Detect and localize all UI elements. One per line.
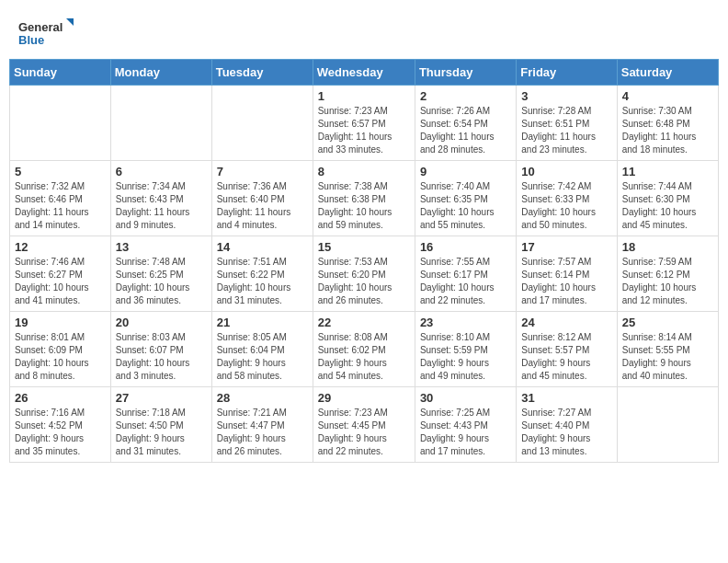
header-tuesday: Tuesday (211, 60, 313, 86)
calendar-week-5: 26Sunrise: 7:16 AM Sunset: 4:52 PM Dayli… (10, 387, 719, 463)
day-number: 17 (521, 240, 611, 254)
calendar-cell: 31Sunrise: 7:27 AM Sunset: 4:40 PM Dayli… (517, 387, 617, 463)
day-number: 8 (318, 165, 410, 178)
day-info: Sunrise: 7:36 AM Sunset: 6:40 PM Dayligh… (217, 180, 308, 232)
day-info: Sunrise: 7:51 AM Sunset: 6:22 PM Dayligh… (217, 256, 308, 307)
calendar-week-2: 5Sunrise: 7:32 AM Sunset: 6:46 PM Daylig… (10, 161, 719, 236)
calendar-cell (110, 86, 211, 161)
svg-text:General: General (18, 20, 63, 34)
day-info: Sunrise: 7:40 AM Sunset: 6:35 PM Dayligh… (420, 180, 511, 232)
day-number: 31 (521, 391, 611, 405)
calendar-cell (10, 86, 111, 161)
day-number: 15 (318, 240, 410, 254)
day-number: 3 (521, 89, 611, 103)
day-info: Sunrise: 8:14 AM Sunset: 5:55 PM Dayligh… (622, 331, 713, 383)
calendar-cell: 5Sunrise: 7:32 AM Sunset: 6:46 PM Daylig… (10, 161, 111, 236)
calendar-cell: 7Sunrise: 7:36 AM Sunset: 6:40 PM Daylig… (211, 161, 313, 236)
calendar-cell: 26Sunrise: 7:16 AM Sunset: 4:52 PM Dayli… (10, 387, 111, 463)
header-thursday: Thursday (415, 60, 516, 86)
calendar-week-1: 1Sunrise: 7:23 AM Sunset: 6:57 PM Daylig… (10, 86, 719, 161)
day-number: 6 (116, 165, 207, 178)
calendar-cell: 27Sunrise: 7:18 AM Sunset: 4:50 PM Dayli… (110, 387, 211, 463)
day-info: Sunrise: 8:01 AM Sunset: 6:09 PM Dayligh… (15, 331, 106, 383)
day-info: Sunrise: 8:08 AM Sunset: 6:02 PM Dayligh… (318, 331, 410, 383)
day-number: 14 (217, 240, 308, 254)
logo-svg: General Blue (18, 17, 74, 50)
day-info: Sunrise: 7:27 AM Sunset: 4:40 PM Dayligh… (521, 407, 611, 458)
day-number: 11 (622, 165, 713, 178)
calendar-cell: 8Sunrise: 7:38 AM Sunset: 6:38 PM Daylig… (313, 161, 415, 236)
logo: General Blue (18, 17, 74, 50)
calendar-cell: 29Sunrise: 7:23 AM Sunset: 4:45 PM Dayli… (313, 387, 415, 463)
day-info: Sunrise: 7:32 AM Sunset: 6:46 PM Dayligh… (15, 180, 106, 232)
header-wednesday: Wednesday (313, 60, 415, 86)
header-friday: Friday (517, 60, 617, 86)
calendar-week-3: 12Sunrise: 7:46 AM Sunset: 6:27 PM Dayli… (10, 236, 719, 312)
calendar-cell (617, 387, 718, 463)
calendar-cell: 3Sunrise: 7:28 AM Sunset: 6:51 PM Daylig… (517, 86, 617, 161)
calendar-cell: 1Sunrise: 7:23 AM Sunset: 6:57 PM Daylig… (313, 86, 415, 161)
day-info: Sunrise: 7:18 AM Sunset: 4:50 PM Dayligh… (116, 407, 207, 458)
calendar-cell: 2Sunrise: 7:26 AM Sunset: 6:54 PM Daylig… (415, 86, 516, 161)
day-info: Sunrise: 7:25 AM Sunset: 4:43 PM Dayligh… (420, 407, 511, 458)
calendar-cell: 13Sunrise: 7:48 AM Sunset: 6:25 PM Dayli… (110, 236, 211, 312)
day-info: Sunrise: 7:34 AM Sunset: 6:43 PM Dayligh… (116, 180, 207, 232)
day-info: Sunrise: 8:03 AM Sunset: 6:07 PM Dayligh… (116, 331, 207, 383)
day-info: Sunrise: 7:30 AM Sunset: 6:48 PM Dayligh… (622, 105, 713, 156)
day-number: 10 (521, 165, 611, 178)
calendar-cell: 6Sunrise: 7:34 AM Sunset: 6:43 PM Daylig… (110, 161, 211, 236)
svg-marker-1 (66, 18, 74, 26)
day-number: 20 (116, 316, 207, 329)
calendar-cell: 19Sunrise: 8:01 AM Sunset: 6:09 PM Dayli… (10, 312, 111, 387)
calendar-cell: 10Sunrise: 7:42 AM Sunset: 6:33 PM Dayli… (517, 161, 617, 236)
day-info: Sunrise: 7:26 AM Sunset: 6:54 PM Dayligh… (420, 105, 511, 156)
calendar-cell: 16Sunrise: 7:55 AM Sunset: 6:17 PM Dayli… (415, 236, 516, 312)
day-number: 13 (116, 240, 207, 254)
day-info: Sunrise: 7:28 AM Sunset: 6:51 PM Dayligh… (521, 105, 611, 156)
calendar-table: SundayMondayTuesdayWednesdayThursdayFrid… (9, 59, 719, 463)
calendar-cell (211, 86, 313, 161)
day-info: Sunrise: 7:42 AM Sunset: 6:33 PM Dayligh… (521, 180, 611, 232)
day-info: Sunrise: 7:44 AM Sunset: 6:30 PM Dayligh… (622, 180, 713, 232)
day-number: 21 (217, 316, 308, 329)
calendar-week-4: 19Sunrise: 8:01 AM Sunset: 6:09 PM Dayli… (10, 312, 719, 387)
calendar-cell: 23Sunrise: 8:10 AM Sunset: 5:59 PM Dayli… (415, 312, 516, 387)
day-info: Sunrise: 7:55 AM Sunset: 6:17 PM Dayligh… (420, 256, 511, 307)
day-info: Sunrise: 7:16 AM Sunset: 4:52 PM Dayligh… (15, 407, 106, 458)
day-info: Sunrise: 7:48 AM Sunset: 6:25 PM Dayligh… (116, 256, 207, 307)
calendar-cell: 17Sunrise: 7:57 AM Sunset: 6:14 PM Dayli… (517, 236, 617, 312)
page-header: General Blue (9, 9, 719, 53)
day-number: 28 (217, 391, 308, 405)
day-info: Sunrise: 7:57 AM Sunset: 6:14 PM Dayligh… (521, 256, 611, 307)
day-number: 7 (217, 165, 308, 178)
day-number: 4 (622, 89, 713, 103)
calendar-cell: 4Sunrise: 7:30 AM Sunset: 6:48 PM Daylig… (617, 86, 718, 161)
day-number: 9 (420, 165, 511, 178)
day-number: 30 (420, 391, 511, 405)
day-info: Sunrise: 7:46 AM Sunset: 6:27 PM Dayligh… (15, 256, 106, 307)
day-number: 1 (318, 89, 410, 103)
calendar-cell: 28Sunrise: 7:21 AM Sunset: 4:47 PM Dayli… (211, 387, 313, 463)
svg-text:Blue: Blue (18, 33, 44, 47)
day-number: 5 (15, 165, 106, 178)
day-number: 2 (420, 89, 511, 103)
day-number: 12 (15, 240, 106, 254)
day-info: Sunrise: 8:12 AM Sunset: 5:57 PM Dayligh… (521, 331, 611, 383)
day-info: Sunrise: 8:10 AM Sunset: 5:59 PM Dayligh… (420, 331, 511, 383)
day-info: Sunrise: 7:23 AM Sunset: 4:45 PM Dayligh… (318, 407, 410, 458)
day-info: Sunrise: 7:21 AM Sunset: 4:47 PM Dayligh… (217, 407, 308, 458)
day-info: Sunrise: 7:38 AM Sunset: 6:38 PM Dayligh… (318, 180, 410, 232)
calendar-cell: 9Sunrise: 7:40 AM Sunset: 6:35 PM Daylig… (415, 161, 516, 236)
day-number: 19 (15, 316, 106, 329)
day-number: 22 (318, 316, 410, 329)
header-sunday: Sunday (10, 60, 111, 86)
day-number: 24 (521, 316, 611, 329)
calendar-cell: 21Sunrise: 8:05 AM Sunset: 6:04 PM Dayli… (211, 312, 313, 387)
calendar-cell: 24Sunrise: 8:12 AM Sunset: 5:57 PM Dayli… (517, 312, 617, 387)
calendar-cell: 18Sunrise: 7:59 AM Sunset: 6:12 PM Dayli… (617, 236, 718, 312)
header-saturday: Saturday (617, 60, 718, 86)
day-info: Sunrise: 8:05 AM Sunset: 6:04 PM Dayligh… (217, 331, 308, 383)
day-number: 29 (318, 391, 410, 405)
day-info: Sunrise: 7:53 AM Sunset: 6:20 PM Dayligh… (318, 256, 410, 307)
calendar-cell: 15Sunrise: 7:53 AM Sunset: 6:20 PM Dayli… (313, 236, 415, 312)
